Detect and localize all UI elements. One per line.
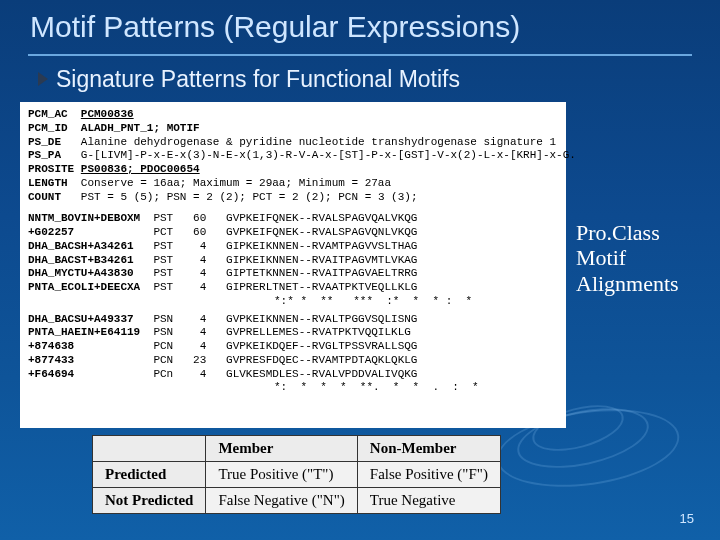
alignment-row: +G02257 PCT 60 GVPKEIFQNEK--RVALSPAGVQNL… bbox=[28, 226, 558, 240]
length-label: LENGTH bbox=[28, 177, 68, 189]
prosite-label: PROSITE bbox=[28, 163, 74, 175]
matrix-row-notpredicted: Not Predicted bbox=[93, 488, 206, 514]
pcm-id-value: ALADH_PNT_1; MOTIF bbox=[81, 122, 200, 134]
matrix-tp: True Positive ("T") bbox=[206, 462, 357, 488]
pcm-id-label: PCM_ID bbox=[28, 122, 68, 134]
matrix-col-nonmember: Non-Member bbox=[357, 436, 500, 462]
alignment-row: NNTM_BOVIN+DEBOXM PST 60 GVPKEIFQNEK--RV… bbox=[28, 212, 558, 226]
alignment-row: DHA_BACST+B34261 PST 4 GIPKEIKNNEN--RVAI… bbox=[28, 254, 558, 268]
bullet-chevron-icon bbox=[38, 72, 48, 86]
alignment-row: +F64694 PCn 4 GLVKESMDLES--RVALVPDDVALIV… bbox=[28, 368, 558, 382]
count-value: PST = 5 (5); PSN = 2 (2); PCT = 2 (2); P… bbox=[81, 191, 418, 203]
pcm-ac-label: PCM_AC bbox=[28, 108, 68, 120]
prosite-value: PS00836; PDOC00654 bbox=[81, 163, 200, 175]
motif-panel: PCM_AC PCM00836 PCM_ID ALADH_PNT_1; MOTI… bbox=[20, 102, 566, 428]
matrix-row-predicted: Predicted bbox=[93, 462, 206, 488]
consensus-2: *: * * * **. * * . : * bbox=[28, 381, 558, 395]
slide-subtitle: Signature Patterns for Functional Motifs bbox=[56, 66, 460, 93]
matrix-tn: True Negative bbox=[357, 488, 500, 514]
ps-de-value: Alanine dehydrogenase & pyridine nucleot… bbox=[81, 136, 556, 148]
length-value: Conserve = 16aa; Maximum = 29aa; Minimum… bbox=[81, 177, 391, 189]
matrix-corner bbox=[93, 436, 206, 462]
alignment-row: PNTA_HAEIN+E64119 PSN 4 GVPRELLEMES--RVA… bbox=[28, 326, 558, 340]
matrix-fp: False Positive ("F") bbox=[357, 462, 500, 488]
title-rule bbox=[28, 54, 692, 56]
alignment-block-1: NNTM_BOVIN+DEBOXM PST 60 GVPKEIFQNEK--RV… bbox=[28, 212, 558, 295]
matrix-fn: False Negative ("N") bbox=[206, 488, 357, 514]
count-label: COUNT bbox=[28, 191, 61, 203]
alignment-row: PNTA_ECOLI+DEECXA PST 4 GIPRERLTNET--RVA… bbox=[28, 281, 558, 295]
confusion-matrix: Member Non-Member Predicted True Positiv… bbox=[92, 435, 501, 514]
page-number: 15 bbox=[680, 511, 694, 526]
alignment-row: +877433 PCN 23 GVPRESFDQEC--RVAMTPDTAQKL… bbox=[28, 354, 558, 368]
consensus-1: *:* * ** *** :* * * : * bbox=[28, 295, 558, 309]
alignment-block-2: DHA_BACSU+A49337 PSN 4 GVPKEIKNNEN--RVAL… bbox=[28, 313, 558, 382]
panel-caption: Pro.Class Motif Alignments bbox=[576, 220, 710, 296]
alignment-row: DHA_MYCTU+A43830 PST 4 GIPTETKNNEN--RVAI… bbox=[28, 267, 558, 281]
pcm-ac-value: PCM00836 bbox=[81, 108, 134, 120]
matrix-col-member: Member bbox=[206, 436, 357, 462]
alignment-row: DHA_BACSH+A34261 PST 4 GIPKEIKNNEN--RVAM… bbox=[28, 240, 558, 254]
ps-de-label: PS_DE bbox=[28, 136, 61, 148]
ps-pa-label: PS_PA bbox=[28, 149, 61, 161]
slide-title: Motif Patterns (Regular Expressions) bbox=[30, 10, 520, 44]
ps-pa-value: G-[LIVM]-P-x-E-x(3)-N-E-x(1,3)-R-V-A-x-[… bbox=[81, 149, 576, 161]
alignment-row: +874638 PCN 4 GVPKEIKDQEF--RVGLTPSSVRALL… bbox=[28, 340, 558, 354]
alignment-row: DHA_BACSU+A49337 PSN 4 GVPKEIKNNEN--RVAL… bbox=[28, 313, 558, 327]
